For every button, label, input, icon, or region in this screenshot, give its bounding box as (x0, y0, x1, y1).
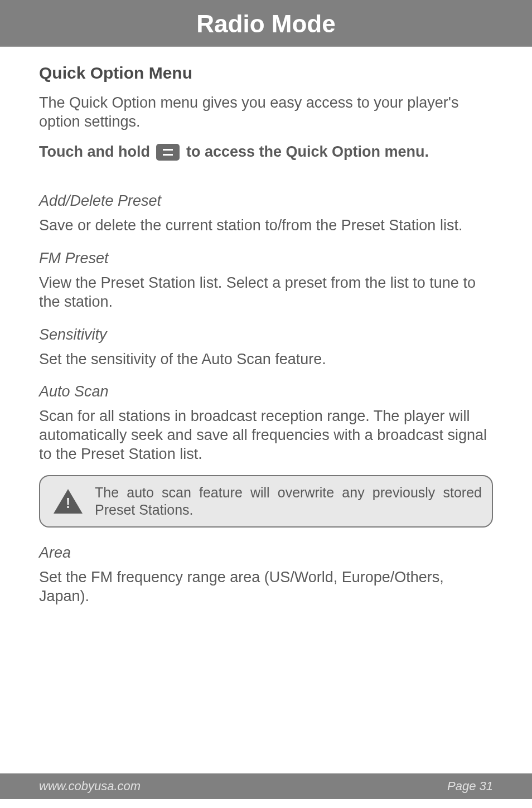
content-area: Quick Option Menu The Quick Option menu … (0, 47, 532, 808)
item-body-sensitivity: Set the sensitivity of the Auto Scan fea… (39, 350, 493, 369)
warning-callout: The auto scan feature will overwrite any… (39, 475, 493, 528)
page-header: Radio Mode (0, 0, 532, 47)
instruction-line: Touch and hold to access the Quick Optio… (39, 143, 493, 162)
item-title-area: Area (39, 544, 493, 562)
item-title-sensitivity: Sensitivity (39, 326, 493, 343)
item-body-fm-preset: View the Preset Station list. Select a p… (39, 274, 493, 312)
item-title-add-delete: Add/Delete Preset (39, 192, 493, 210)
footer-url: www.cobyusa.com (39, 779, 141, 794)
intro-text: The Quick Option menu gives you easy acc… (39, 94, 493, 132)
item-body-auto-scan: Scan for all stations in broadcast recep… (39, 407, 493, 463)
item-title-fm-preset: FM Preset (39, 250, 493, 267)
section-heading: Quick Option Menu (39, 64, 493, 83)
warning-icon (54, 489, 83, 514)
item-body-area: Set the FM frequency range area (US/Worl… (39, 568, 493, 606)
page-footer: www.cobyusa.com Page 31 (0, 773, 532, 799)
header-title: Radio Mode (196, 10, 335, 37)
item-body-add-delete: Save or delete the current station to/fr… (39, 216, 493, 235)
item-title-auto-scan: Auto Scan (39, 383, 493, 400)
footer-page: Page 31 (447, 779, 493, 794)
instruction-suffix: to access the Quick Option menu. (182, 143, 429, 160)
menu-icon (156, 144, 180, 161)
callout-text: The auto scan feature will overwrite any… (95, 484, 482, 519)
instruction-prefix: Touch and hold (39, 143, 154, 160)
